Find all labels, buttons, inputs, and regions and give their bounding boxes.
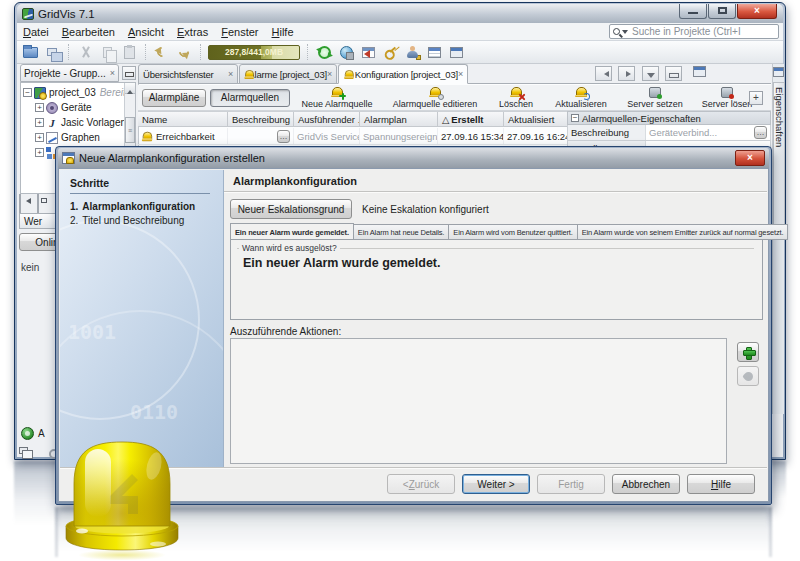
dialog-title-bar[interactable]: Neue Alarmplankonfiguration erstellen × bbox=[58, 148, 769, 168]
tab-konfiguration[interactable]: Konfiguration [project_03] × bbox=[338, 64, 468, 84]
plus-icon bbox=[743, 347, 754, 358]
scroll-tabs-left-button[interactable] bbox=[595, 66, 612, 81]
copy-button[interactable] bbox=[98, 43, 116, 61]
aktualisieren-button[interactable]: Aktualisieren bbox=[546, 87, 616, 109]
expand-icon[interactable]: + bbox=[35, 133, 44, 142]
maximize-button[interactable] bbox=[708, 4, 736, 19]
user-permissions-button[interactable] bbox=[403, 43, 421, 61]
column-alarmplan[interactable]: Alarmplan bbox=[360, 112, 438, 126]
column-aktualisiert[interactable]: Aktualisiert bbox=[504, 112, 567, 126]
expand-icon[interactable]: + bbox=[35, 103, 44, 112]
minimize-pane-button[interactable] bbox=[665, 66, 682, 81]
cell-erstellt: 27.09.16 15:34:... bbox=[438, 128, 504, 144]
column-ausfuehrender[interactable]: Ausführender ... bbox=[294, 112, 360, 126]
menu-bearbeiten[interactable]: Bearbeiten bbox=[62, 26, 115, 38]
undo-button[interactable] bbox=[153, 43, 171, 61]
menu-ansicht[interactable]: Ansicht bbox=[128, 26, 164, 38]
event-tab-neuer-alarm[interactable]: Ein neuer Alarm wurde gemeldet. bbox=[230, 223, 354, 240]
sidebar-tab-projekte[interactable]: Projekte - Grupp... × bbox=[20, 64, 119, 82]
tab-close-icon[interactable]: × bbox=[458, 70, 463, 79]
screen: GridVis 7.1 × Datei Bearbeiten Ansicht E… bbox=[0, 0, 800, 561]
memory-indicator[interactable]: 287,8/441,0MB bbox=[208, 45, 300, 60]
alarm-table-row[interactable]: Erreichbarkeit … GridVis Service … Spann… bbox=[138, 128, 567, 145]
ellipsis-button[interactable]: … bbox=[277, 130, 290, 143]
next-button[interactable]: Weiter > bbox=[462, 474, 530, 494]
column-beschreibung[interactable]: Beschreibung bbox=[228, 112, 294, 126]
cancel-button[interactable]: Abbrechen bbox=[612, 474, 680, 494]
dialog-close-button[interactable]: × bbox=[735, 150, 765, 166]
tab-alarme[interactable]: Alarme [project_03] × bbox=[239, 64, 337, 84]
sidebar-close-icon[interactable]: × bbox=[110, 69, 115, 78]
alarmquellen-button[interactable]: Alarmquellen bbox=[210, 89, 290, 107]
search-input[interactable]: Suche in Projekte (Ctrl+I bbox=[609, 24, 779, 39]
add-action-button[interactable] bbox=[737, 342, 759, 362]
event-tab-quittiert[interactable]: Ein Alarm wird vom Benutzer quittiert. bbox=[449, 224, 577, 240]
paste-button[interactable] bbox=[120, 43, 138, 61]
menu-hilfe[interactable]: Hilfe bbox=[272, 26, 294, 38]
close-button[interactable]: × bbox=[737, 4, 777, 19]
neuer-eskalationsgrund-button[interactable]: Neuer Eskalationsgrund bbox=[230, 199, 352, 219]
ellipsis-button[interactable]: … bbox=[754, 126, 767, 139]
menu-datei[interactable]: Datei bbox=[23, 26, 49, 38]
alarmplaene-button[interactable]: Alarmpläne bbox=[142, 89, 206, 107]
column-name[interactable]: Name bbox=[138, 112, 228, 126]
tab-close-icon[interactable]: × bbox=[327, 70, 332, 79]
tree-item-jasic[interactable]: + J Jasic Vorlagen bbox=[35, 115, 126, 130]
add-column-button[interactable]: + bbox=[749, 91, 763, 105]
search-dropdown-icon[interactable] bbox=[622, 30, 628, 34]
bell-plus-icon bbox=[331, 87, 343, 98]
paste-icon bbox=[124, 46, 135, 59]
menu-fenster[interactable]: Fenster bbox=[221, 26, 258, 38]
event-tab-neue-details[interactable]: Ein Alarm hat neue Details. bbox=[354, 224, 449, 240]
loeschen-button[interactable]: Löschen bbox=[490, 87, 542, 109]
tab-close-icon[interactable]: × bbox=[228, 70, 233, 79]
collapse-icon[interactable]: − bbox=[571, 114, 579, 122]
scroll-tabs-right-button[interactable] bbox=[618, 66, 635, 81]
windows-button[interactable] bbox=[43, 43, 61, 61]
remove-action-button[interactable] bbox=[737, 366, 759, 386]
tab-list-dropdown-button[interactable] bbox=[642, 66, 659, 81]
tree-item-graphen[interactable]: + Graphen bbox=[35, 130, 100, 145]
column-erstellt[interactable]: △ Erstellt bbox=[438, 112, 504, 126]
sidebar-minimize-button[interactable] bbox=[122, 66, 136, 80]
collapse-icon[interactable]: − bbox=[23, 88, 32, 97]
eigenschaften-side-tab[interactable]: Eigenschaften bbox=[773, 82, 785, 232]
bell-icon bbox=[344, 70, 353, 79]
license-button[interactable] bbox=[381, 43, 399, 61]
alarmquelle-editieren-button[interactable]: Alarmquelle editieren bbox=[384, 87, 486, 109]
cut-button[interactable] bbox=[76, 43, 94, 61]
tree-item-project[interactable]: − project_03 Bereit bbox=[23, 85, 126, 100]
help-button[interactable]: Hilfe bbox=[687, 474, 755, 494]
expand-icon[interactable]: + bbox=[35, 148, 44, 157]
import-window-button[interactable] bbox=[359, 43, 377, 61]
scroll-thumb[interactable]: ≡ bbox=[125, 117, 135, 143]
event-tab-normal-gesetzt[interactable]: Ein Alarm wurde von seinem Emitter zurüc… bbox=[578, 224, 789, 240]
properties-title: Alarmquellen-Eigenschaften bbox=[582, 113, 701, 124]
title-bar[interactable]: GridVis 7.1 × bbox=[17, 4, 783, 23]
sync-button[interactable] bbox=[315, 43, 333, 61]
neue-alarmquelle-button[interactable]: Neue Alarmquelle bbox=[294, 87, 380, 109]
alarm-led-graphic bbox=[58, 436, 192, 561]
server-setzen-button[interactable]: Server setzen bbox=[620, 87, 690, 109]
new-window-button[interactable] bbox=[447, 43, 465, 61]
database-button[interactable] bbox=[337, 43, 355, 61]
finish-button[interactable]: Fertig bbox=[537, 474, 605, 494]
bell-delete-icon bbox=[510, 87, 522, 98]
open-project-button[interactable] bbox=[21, 43, 39, 61]
schedule-button[interactable] bbox=[425, 43, 443, 61]
back-button[interactable]: < Zurück bbox=[387, 474, 455, 494]
property-row-beschreibung[interactable]: Beschreibung Geräteverbind... … bbox=[567, 125, 771, 141]
expand-icon[interactable]: + bbox=[35, 118, 44, 127]
redo-button[interactable] bbox=[175, 43, 193, 61]
properties-header[interactable]: − Alarmquellen-Eigenschaften bbox=[567, 111, 771, 125]
menu-extras[interactable]: Extras bbox=[177, 26, 208, 38]
scroll-left-button[interactable] bbox=[19, 194, 21, 213]
panel-button[interactable] bbox=[37, 194, 39, 213]
scroll-up-icon[interactable] bbox=[125, 83, 135, 94]
float-window-icon[interactable] bbox=[693, 66, 706, 77]
cascade-windows-icon[interactable] bbox=[19, 447, 28, 454]
actions-list[interactable] bbox=[230, 338, 727, 464]
tree-item-geraete[interactable]: + Geräte bbox=[35, 100, 92, 115]
minimize-button[interactable] bbox=[679, 4, 707, 19]
tab-uebersichtsfenster[interactable]: Übersichtsfenster × bbox=[138, 64, 238, 84]
